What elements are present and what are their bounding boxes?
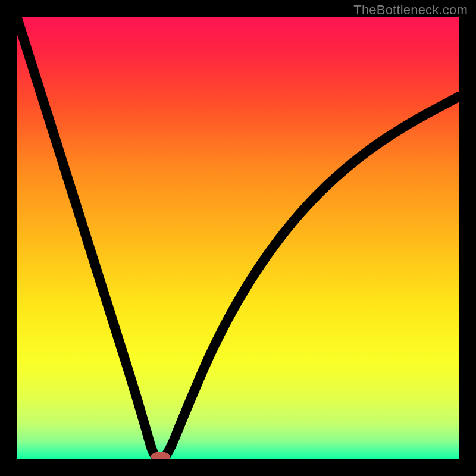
plot-area (17, 17, 459, 459)
chart-frame: TheBottleneck.com (0, 0, 476, 476)
watermark-text: TheBottleneck.com (353, 2, 468, 18)
curve-right-branch (165, 96, 459, 457)
chart-svg (17, 17, 459, 459)
curve-left-branch (17, 17, 156, 457)
